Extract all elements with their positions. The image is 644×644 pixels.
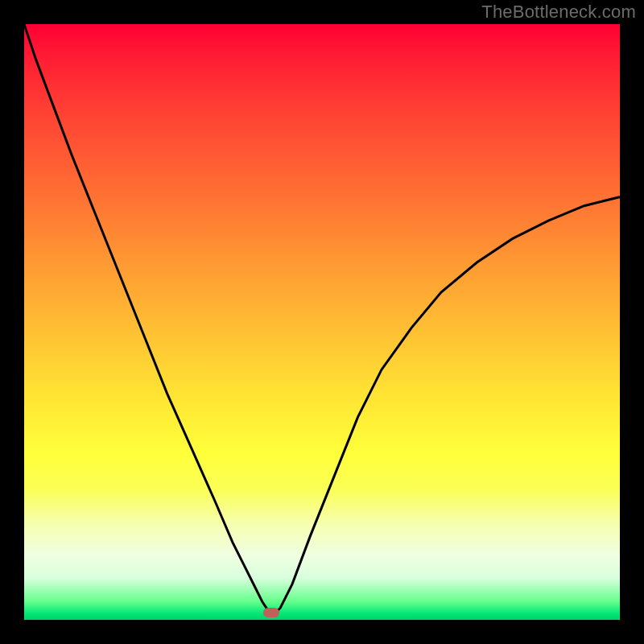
watermark-text: TheBottleneck.com bbox=[481, 2, 636, 23]
optimal-point-marker bbox=[263, 608, 279, 617]
plot-area bbox=[24, 24, 620, 620]
chart-container: TheBottleneck.com bbox=[0, 0, 644, 644]
bottleneck-curve bbox=[24, 24, 620, 614]
curve-svg bbox=[24, 24, 620, 620]
